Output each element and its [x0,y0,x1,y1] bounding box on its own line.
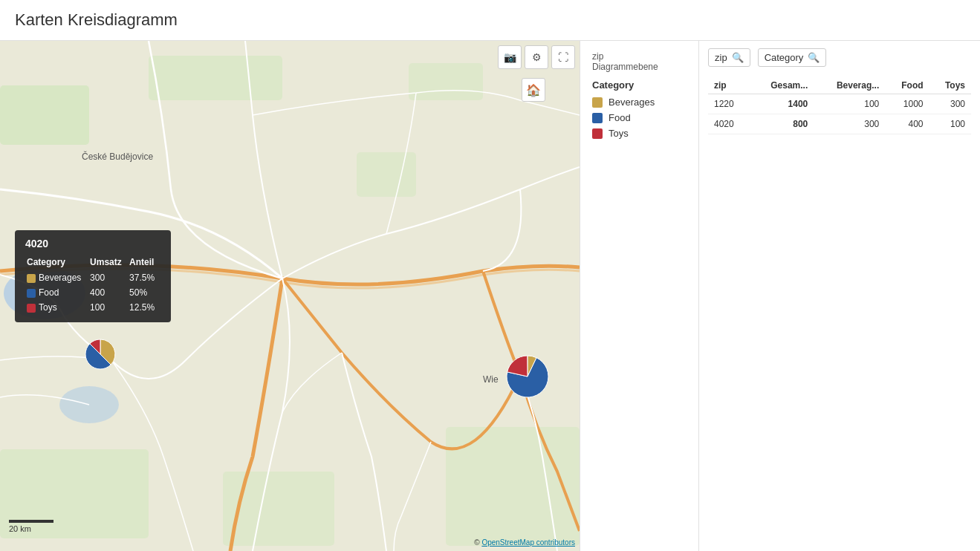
svg-rect-9 [357,152,416,197]
legend-zip-label: zip Diagrammebene [592,51,687,72]
cell-toys: 300 [929,94,971,114]
category-search-icon: 🔍 [808,52,820,63]
tooltip-title: 4020 [25,238,160,250]
svg-text:Wie: Wie [483,374,499,385]
table-row[interactable]: 1220 1400 100 1000 300 [708,94,971,114]
legend-item: Beverages [592,97,687,108]
data-table: zip Gesam... Beverag... Food Toys 1220 1… [708,77,971,134]
svg-rect-5 [409,63,483,100]
cell-zip: 4020 [708,114,750,134]
col-toys: Toys [929,77,971,94]
col-food: Food [885,77,929,94]
filter-row: zip 🔍 Category 🔍 [708,48,971,67]
legend-panel: zip Diagrammebene Category Beverages Foo… [580,41,698,551]
zip-filter-label: zip [715,52,727,63]
page-title: Karten Kreisdiagramm [0,0,980,41]
tooltip-table: Category Umsatz Anteil Beverages 300 37.… [25,255,160,315]
legend-item: Food [592,112,687,123]
table-row[interactable]: 4020 800 300 400 100 [708,114,971,134]
cell-zip: 1220 [708,94,750,114]
legend-title: Category [592,79,687,91]
legend-item: Toys [592,128,687,139]
cell-total: 1400 [750,94,814,114]
cell-beverages: 100 [814,94,885,114]
filter-button[interactable]: ⚙ [525,45,548,69]
camera-button[interactable]: 📷 [498,45,522,69]
map-attribution: © OpenStreetMap contributors [474,538,575,547]
map-tooltip: 4020 Category Umsatz Anteil Beverages 30… [15,230,171,322]
cell-toys: 100 [929,114,971,134]
cell-food: 1000 [885,94,929,114]
tooltip-row: Beverages 300 37.5% [25,270,160,285]
legend-items: Beverages Food Toys [592,97,687,139]
category-filter[interactable]: Category 🔍 [758,48,827,67]
col-beverages: Beverag... [814,77,885,94]
col-zip: zip [708,77,750,94]
category-filter-label: Category [765,52,804,63]
cell-beverages: 300 [814,114,885,134]
expand-button[interactable]: ⛶ [551,45,575,69]
svg-rect-3 [0,85,89,145]
tooltip-col-category: Category [25,255,88,270]
cell-food: 400 [885,114,929,134]
map-scale: 20 km [9,520,53,533]
tooltip-col-anteil: Anteil [128,255,160,270]
table-panel: zip 🔍 Category 🔍 zip Gesam... Beverag...… [698,41,980,551]
osm-link[interactable]: OpenStreetMap contributors [481,538,575,547]
tooltip-col-umsatz: Umsatz [88,255,128,270]
map-area: 📷 ⚙ ⛶ 🏠 [0,41,580,551]
zip-filter[interactable]: zip 🔍 [708,48,750,67]
zip-search-icon: 🔍 [732,52,744,63]
tooltip-row: Food 400 50% [25,285,160,300]
svg-rect-4 [149,56,282,100]
map-toolbar: 📷 ⚙ ⛶ [498,45,575,69]
tooltip-row: Toys 100 12.5% [25,300,160,315]
col-total: Gesam... [750,77,814,94]
cell-total: 800 [750,114,814,134]
map-home-button[interactable]: 🏠 [522,78,545,102]
svg-text:České Budějovice: České Budějovice [82,151,153,162]
